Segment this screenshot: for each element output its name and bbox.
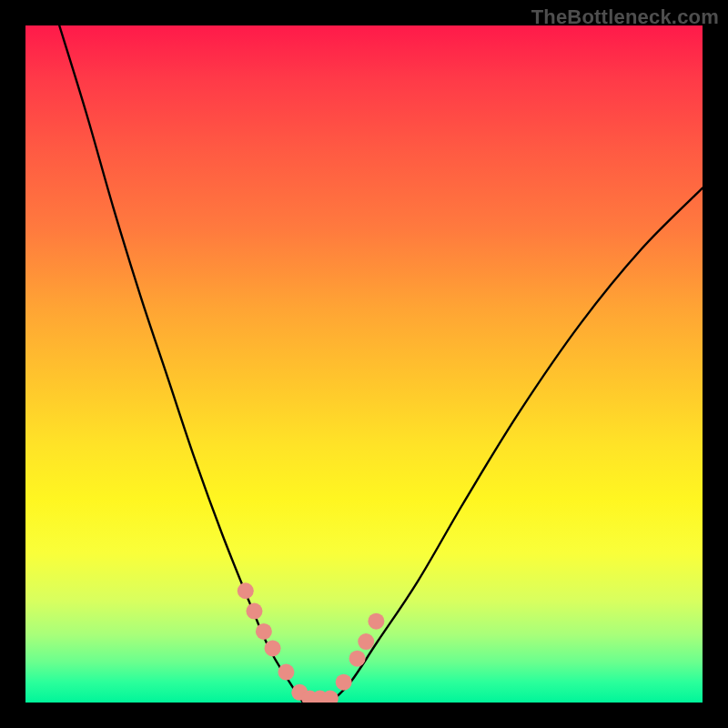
plot-area	[25, 25, 703, 703]
marker-point	[358, 633, 374, 650]
marker-point	[278, 664, 294, 681]
marker-point	[336, 674, 352, 691]
marker-point	[349, 651, 366, 667]
curve-layer	[25, 25, 703, 703]
curve-right-curve	[330, 188, 703, 703]
marker-point	[238, 582, 254, 599]
curve-left-curve	[59, 25, 303, 703]
watermark-text: TheBottleneck.com	[531, 5, 719, 29]
chart-frame: TheBottleneck.com	[0, 0, 728, 728]
marker-point	[246, 603, 262, 620]
marker-point	[265, 640, 281, 656]
marker-point	[368, 613, 384, 630]
marker-point	[256, 623, 272, 640]
